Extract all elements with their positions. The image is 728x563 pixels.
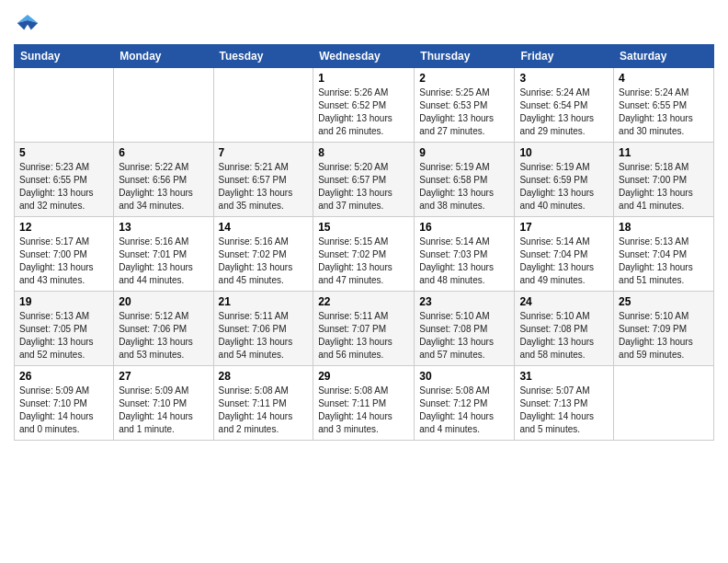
logo-icon — [14, 9, 41, 37]
day-number: 24 — [519, 295, 609, 308]
day-number: 22 — [318, 295, 409, 308]
day-info: Sunrise: 5:09 AMSunset: 7:10 PMDaylight:… — [119, 385, 208, 436]
day-number: 9 — [419, 146, 509, 159]
calendar-cell: 29Sunrise: 5:08 AMSunset: 7:11 PMDayligh… — [313, 366, 415, 441]
day-info: Sunrise: 5:19 AMSunset: 6:59 PMDaylight:… — [519, 161, 609, 213]
calendar-cell: 6Sunrise: 5:22 AMSunset: 6:56 PMDaylight… — [114, 143, 213, 217]
day-info: Sunrise: 5:16 AMSunset: 7:02 PMDaylight:… — [219, 236, 309, 287]
day-info: Sunrise: 5:14 AMSunset: 7:04 PMDaylight:… — [519, 236, 609, 287]
day-info: Sunrise: 5:08 AMSunset: 7:12 PMDaylight:… — [419, 385, 509, 436]
day-info: Sunrise: 5:16 AMSunset: 7:01 PMDaylight:… — [119, 236, 208, 287]
calendar-cell: 30Sunrise: 5:08 AMSunset: 7:12 PMDayligh… — [415, 366, 515, 441]
day-info: Sunrise: 5:23 AMSunset: 6:55 PMDaylight:… — [19, 161, 108, 213]
day-number: 16 — [419, 221, 509, 234]
day-info: Sunrise: 5:14 AMSunset: 7:03 PMDaylight:… — [419, 236, 509, 287]
day-number: 26 — [19, 370, 108, 383]
day-info: Sunrise: 5:24 AMSunset: 6:55 PMDaylight:… — [619, 86, 709, 138]
day-number: 23 — [419, 295, 509, 308]
day-info: Sunrise: 5:13 AMSunset: 7:04 PMDaylight:… — [619, 236, 709, 287]
calendar-cell — [614, 366, 714, 441]
day-info: Sunrise: 5:20 AMSunset: 6:57 PMDaylight:… — [318, 161, 409, 213]
day-info: Sunrise: 5:11 AMSunset: 7:06 PMDaylight:… — [219, 310, 309, 362]
day-info: Sunrise: 5:19 AMSunset: 6:58 PMDaylight:… — [419, 161, 509, 213]
calendar-cell: 7Sunrise: 5:21 AMSunset: 6:57 PMDaylight… — [213, 143, 313, 217]
day-info: Sunrise: 5:08 AMSunset: 7:11 PMDaylight:… — [318, 385, 409, 436]
page-header — [14, 9, 714, 37]
day-number: 10 — [519, 146, 609, 159]
day-info: Sunrise: 5:08 AMSunset: 7:11 PMDaylight:… — [219, 385, 309, 436]
calendar-cell: 9Sunrise: 5:19 AMSunset: 6:58 PMDaylight… — [415, 143, 515, 217]
day-number: 14 — [219, 221, 309, 234]
week-row-1: 1Sunrise: 5:26 AMSunset: 6:52 PMDaylight… — [15, 68, 714, 143]
calendar-cell: 4Sunrise: 5:24 AMSunset: 6:55 PMDaylight… — [614, 68, 714, 143]
day-number: 7 — [219, 146, 309, 159]
day-number: 15 — [318, 221, 409, 234]
day-info: Sunrise: 5:12 AMSunset: 7:06 PMDaylight:… — [119, 310, 208, 362]
day-number: 19 — [19, 295, 108, 308]
calendar-cell — [114, 68, 213, 143]
calendar-cell: 27Sunrise: 5:09 AMSunset: 7:10 PMDayligh… — [114, 366, 213, 441]
calendar-cell: 31Sunrise: 5:07 AMSunset: 7:13 PMDayligh… — [515, 366, 614, 441]
day-number: 11 — [619, 146, 709, 159]
calendar-cell: 14Sunrise: 5:16 AMSunset: 7:02 PMDayligh… — [213, 217, 313, 292]
day-info: Sunrise: 5:10 AMSunset: 7:08 PMDaylight:… — [519, 310, 609, 362]
svg-marker-2 — [17, 20, 28, 30]
calendar-cell: 17Sunrise: 5:14 AMSunset: 7:04 PMDayligh… — [515, 217, 614, 292]
day-number: 13 — [119, 221, 208, 234]
calendar-cell: 24Sunrise: 5:10 AMSunset: 7:08 PMDayligh… — [515, 292, 614, 366]
calendar-cell: 26Sunrise: 5:09 AMSunset: 7:10 PMDayligh… — [15, 366, 114, 441]
calendar-cell: 8Sunrise: 5:20 AMSunset: 6:57 PMDaylight… — [313, 143, 415, 217]
day-number: 5 — [19, 146, 108, 159]
day-number: 12 — [19, 221, 108, 234]
calendar-cell: 18Sunrise: 5:13 AMSunset: 7:04 PMDayligh… — [614, 217, 714, 292]
day-header-saturday: Saturday — [614, 45, 714, 68]
day-number: 2 — [419, 72, 509, 85]
day-header-thursday: Thursday — [415, 45, 515, 68]
calendar-cell: 3Sunrise: 5:24 AMSunset: 6:54 PMDaylight… — [515, 68, 614, 143]
week-row-5: 26Sunrise: 5:09 AMSunset: 7:10 PMDayligh… — [15, 366, 714, 441]
week-row-3: 12Sunrise: 5:17 AMSunset: 7:00 PMDayligh… — [15, 217, 714, 292]
day-number: 21 — [219, 295, 309, 308]
day-number: 20 — [119, 295, 208, 308]
day-header-sunday: Sunday — [15, 45, 114, 68]
day-info: Sunrise: 5:22 AMSunset: 6:56 PMDaylight:… — [119, 161, 208, 213]
calendar-cell: 13Sunrise: 5:16 AMSunset: 7:01 PMDayligh… — [114, 217, 213, 292]
calendar-cell: 2Sunrise: 5:25 AMSunset: 6:53 PMDaylight… — [415, 68, 515, 143]
week-row-4: 19Sunrise: 5:13 AMSunset: 7:05 PMDayligh… — [15, 292, 714, 366]
day-info: Sunrise: 5:26 AMSunset: 6:52 PMDaylight:… — [318, 86, 409, 138]
day-number: 4 — [619, 72, 709, 85]
calendar-cell: 16Sunrise: 5:14 AMSunset: 7:03 PMDayligh… — [415, 217, 515, 292]
day-number: 8 — [318, 146, 409, 159]
calendar-cell: 22Sunrise: 5:11 AMSunset: 7:07 PMDayligh… — [313, 292, 415, 366]
day-header-wednesday: Wednesday — [313, 45, 415, 68]
calendar-cell: 23Sunrise: 5:10 AMSunset: 7:08 PMDayligh… — [415, 292, 515, 366]
day-info: Sunrise: 5:13 AMSunset: 7:05 PMDaylight:… — [19, 310, 108, 362]
day-number: 30 — [419, 370, 509, 383]
calendar-cell: 11Sunrise: 5:18 AMSunset: 7:00 PMDayligh… — [614, 143, 714, 217]
day-info: Sunrise: 5:07 AMSunset: 7:13 PMDaylight:… — [519, 385, 609, 436]
calendar-cell: 25Sunrise: 5:10 AMSunset: 7:09 PMDayligh… — [614, 292, 714, 366]
day-info: Sunrise: 5:25 AMSunset: 6:53 PMDaylight:… — [419, 86, 509, 138]
day-number: 27 — [119, 370, 208, 383]
calendar-cell: 21Sunrise: 5:11 AMSunset: 7:06 PMDayligh… — [213, 292, 313, 366]
day-header-tuesday: Tuesday — [213, 45, 313, 68]
day-info: Sunrise: 5:17 AMSunset: 7:00 PMDaylight:… — [19, 236, 108, 287]
day-info: Sunrise: 5:18 AMSunset: 7:00 PMDaylight:… — [619, 161, 709, 213]
calendar-cell — [15, 68, 114, 143]
calendar-cell: 19Sunrise: 5:13 AMSunset: 7:05 PMDayligh… — [15, 292, 114, 366]
calendar-cell: 10Sunrise: 5:19 AMSunset: 6:59 PMDayligh… — [515, 143, 614, 217]
day-number: 17 — [519, 221, 609, 234]
day-info: Sunrise: 5:09 AMSunset: 7:10 PMDaylight:… — [19, 385, 108, 436]
day-number: 28 — [219, 370, 309, 383]
calendar-cell: 20Sunrise: 5:12 AMSunset: 7:06 PMDayligh… — [114, 292, 213, 366]
day-number: 25 — [619, 295, 709, 308]
day-info: Sunrise: 5:24 AMSunset: 6:54 PMDaylight:… — [519, 86, 609, 138]
day-number: 3 — [519, 72, 609, 85]
day-header-friday: Friday — [515, 45, 614, 68]
day-header-monday: Monday — [114, 45, 213, 68]
day-info: Sunrise: 5:15 AMSunset: 7:02 PMDaylight:… — [318, 236, 409, 287]
calendar-cell — [213, 68, 313, 143]
svg-marker-1 — [28, 20, 38, 30]
day-number: 18 — [619, 221, 709, 234]
calendar-cell: 1Sunrise: 5:26 AMSunset: 6:52 PMDaylight… — [313, 68, 415, 143]
